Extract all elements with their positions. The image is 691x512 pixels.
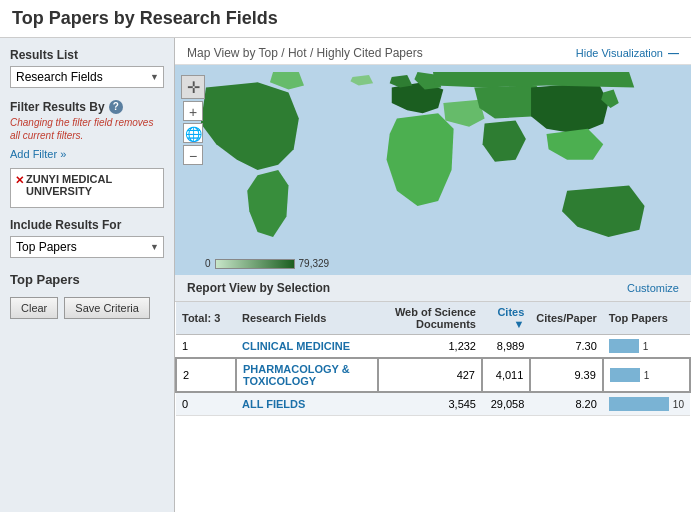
pan-control[interactable]: ✛ xyxy=(181,75,205,99)
filter-tag-box: ✕ ZUNYI MEDICAL UNIVERSITY xyxy=(10,168,164,208)
table-row: 2 PHARMACOLOGY & TOXICOLOGY 427 4,011 9.… xyxy=(176,358,690,392)
hide-visualization-button[interactable]: Hide Visualization — xyxy=(576,47,679,59)
top-papers-bar xyxy=(610,368,640,382)
field-cell: PHARMACOLOGY & TOXICOLOGY xyxy=(236,358,378,392)
cites-paper-cell: 9.39 xyxy=(530,358,603,392)
customize-link[interactable]: Customize xyxy=(627,282,679,294)
zoom-in-button[interactable]: + xyxy=(183,101,203,121)
right-panel: Map View by Top / Hot / Highly Cited Pap… xyxy=(175,38,691,512)
bar-container: 1 xyxy=(610,368,683,382)
zoom-out-button[interactable]: − xyxy=(183,145,203,165)
results-list-label: Results List xyxy=(10,48,164,62)
col-cites[interactable]: Cites ▼ xyxy=(482,302,530,335)
map-controls: ✛ + 🌐 − xyxy=(181,75,205,165)
bar-container: 10 xyxy=(609,397,684,411)
map-title: Map View by Top / Hot / Highly Cited Pap… xyxy=(187,46,423,60)
top-papers-bar xyxy=(609,397,669,411)
docs-cell: 3,545 xyxy=(378,392,482,416)
help-icon[interactable]: ? xyxy=(109,100,123,114)
legend-max: 79,329 xyxy=(299,258,330,269)
cites-cell: 8,989 xyxy=(482,335,530,359)
bar-number: 1 xyxy=(644,370,650,381)
filter-label: Filter Results By ? xyxy=(10,100,164,114)
top-papers-bar xyxy=(609,339,639,353)
filter-note: Changing the filter field removes all cu… xyxy=(10,116,164,142)
col-cites-paper: Cites/Paper xyxy=(530,302,603,335)
world-map: ✛ + 🌐 − xyxy=(175,65,691,275)
top-papers-cell: 10 xyxy=(603,392,690,416)
top-papers-header: Top Papers xyxy=(10,272,164,287)
cites-cell: 29,058 xyxy=(482,392,530,416)
bar-number: 1 xyxy=(643,341,649,352)
field-link[interactable]: CLINICAL MEDICINE xyxy=(242,340,350,352)
rank-cell: 0 xyxy=(176,392,236,416)
col-field: Research Fields xyxy=(236,302,378,335)
col-top-papers: Top Papers xyxy=(603,302,690,335)
top-papers-cell: 1 xyxy=(603,358,690,392)
bar-number: 10 xyxy=(673,399,684,410)
map-header: Map View by Top / Hot / Highly Cited Pap… xyxy=(175,38,691,65)
field-cell: CLINICAL MEDICINE xyxy=(236,335,378,359)
table-row: 1 CLINICAL MEDICINE 1,232 8,989 7.30 1 xyxy=(176,335,690,359)
top-papers-section: Top Papers xyxy=(10,272,164,287)
filter-tag: ✕ ZUNYI MEDICAL UNIVERSITY xyxy=(15,173,159,197)
field-link[interactable]: PHARMACOLOGY & TOXICOLOGY xyxy=(243,363,350,387)
docs-cell: 1,232 xyxy=(378,335,482,359)
left-panel: Results List Research Fields Filter Resu… xyxy=(0,38,175,512)
save-criteria-button[interactable]: Save Criteria xyxy=(64,297,150,319)
include-select-wrapper: Top Papers xyxy=(10,236,164,258)
field-link[interactable]: ALL FIELDS xyxy=(242,398,305,410)
results-list-select-wrapper: Research Fields xyxy=(10,66,164,88)
cites-paper-cell: 8.20 xyxy=(530,392,603,416)
rank-cell: 1 xyxy=(176,335,236,359)
results-list-select[interactable]: Research Fields xyxy=(10,66,164,88)
cites-paper-cell: 7.30 xyxy=(530,335,603,359)
bar-container: 1 xyxy=(609,339,684,353)
map-legend: 0 79,329 xyxy=(205,258,329,269)
page-title: Top Papers by Research Fields xyxy=(0,0,691,38)
col-docs: Web of Science Documents xyxy=(378,302,482,335)
rank-cell: 2 xyxy=(176,358,236,392)
include-results-label: Include Results For xyxy=(10,218,164,232)
include-select[interactable]: Top Papers xyxy=(10,236,164,258)
legend-min: 0 xyxy=(205,258,211,269)
docs-cell: 427 xyxy=(378,358,482,392)
results-table: Total: 3 Research Fields Web of Science … xyxy=(175,302,691,416)
button-row: Clear Save Criteria xyxy=(10,297,164,319)
filter-tag-text: ZUNYI MEDICAL UNIVERSITY xyxy=(26,173,159,197)
clear-button[interactable]: Clear xyxy=(10,297,58,319)
field-cell: ALL FIELDS xyxy=(236,392,378,416)
add-filter-link[interactable]: Add Filter » xyxy=(10,148,164,160)
globe-icon[interactable]: 🌐 xyxy=(183,123,203,143)
remove-filter-icon[interactable]: ✕ xyxy=(15,174,24,187)
legend-bar xyxy=(215,259,295,269)
report-header: Report View by Selection Customize xyxy=(175,275,691,302)
minus-icon: — xyxy=(668,47,679,59)
top-papers-cell: 1 xyxy=(603,335,690,359)
col-total: Total: 3 xyxy=(176,302,236,335)
map-svg xyxy=(175,65,691,275)
report-title: Report View by Selection xyxy=(187,281,330,295)
cites-cell: 4,011 xyxy=(482,358,530,392)
table-row: 0 ALL FIELDS 3,545 29,058 8.20 10 xyxy=(176,392,690,416)
